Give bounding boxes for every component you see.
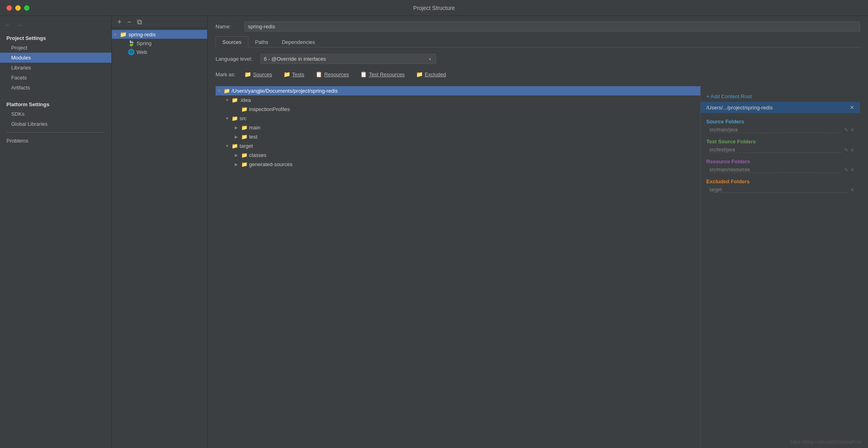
ct-arrow-classes: ▶ [235,153,241,157]
tree-node-spring-redis[interactable]: ▼ 📁 spring-redis [112,30,207,39]
excluded-folders-section: Excluded Folders target ✕ [701,177,860,197]
watermark: https://blog.csdn.net/OnlyoneFrist [790,439,862,445]
sidebar-item-sdks[interactable]: SDKs [0,109,111,119]
ct-node-generated[interactable]: ▶ 📁 generated-sources [216,160,700,169]
ct-folder-icon-src: 📁 [232,115,240,121]
ct-arrow-generated: ▶ [235,162,241,167]
sidebar-item-modules[interactable]: Modules [0,53,111,63]
resource-folders-section: Resource Folders src/main/resources ✎ ✕ [701,157,860,177]
ct-node-test[interactable]: ▶ 📁 test [216,132,700,141]
ct-arrow-src: ▼ [225,116,232,121]
sidebar-item-libraries[interactable]: Libraries [0,63,111,73]
window-title: Project Structure [413,5,455,11]
content-root-close-button[interactable]: ✕ [850,104,854,111]
resource-folder-remove-button-0[interactable]: ✕ [850,167,854,173]
ct-folder-icon-inspection: 📁 [241,106,249,112]
remove-module-button[interactable]: − [126,18,133,26]
minimize-button[interactable] [15,5,21,11]
copy-module-button[interactable]: ⧉ [135,18,144,26]
resources-icon: 📋 [315,71,322,77]
tab-paths[interactable]: Paths [248,36,275,48]
language-level-select-wrap: 6 - @Override in interfaces 7 - Diamonds… [260,54,436,64]
test-source-folder-entry-0: src/test/java ✎ ✕ [706,146,854,154]
mark-test-resources-button[interactable]: 📋 Test Resources [358,70,407,78]
ct-node-idea[interactable]: ▼ 📁 .idea [216,95,700,105]
mark-as-label: Mark as: [216,71,236,77]
main-layout: ← → Project Settings Project Modules Lib… [0,16,868,448]
mark-tests-label: Tests [292,71,304,77]
ct-node-src[interactable]: ▼ 📁 src [216,114,700,123]
mark-excluded-label: Excluded [425,71,446,77]
sidebar-nav: ← → [0,19,111,33]
tab-dependencies[interactable]: Dependencies [275,36,322,48]
add-module-button[interactable]: + [116,18,123,26]
test-source-folders-title: Test Source Folders [706,139,854,145]
tree-node-spring[interactable]: 🍃 Spring [112,39,207,48]
close-button[interactable] [6,5,12,11]
name-label: Name: [216,24,240,30]
platform-settings-section: Platform Settings SDKs Global Libraries [0,99,111,129]
sidebar-item-artifacts[interactable]: Artifacts [0,83,111,93]
excluded-folder-path-0: target [709,187,847,193]
mark-sources-button[interactable]: 📁 Sources [242,70,275,78]
mark-sources-label: Sources [253,71,272,77]
source-folders-section: Source Folders src/main/java ✎ ✕ [701,117,860,137]
content-panel: Name: Sources Paths Dependencies Languag… [208,16,868,448]
sidebar-item-facets[interactable]: Facets [0,73,111,83]
source-folder-actions-0: ✎ ✕ [844,127,854,133]
mark-excluded-button[interactable]: 📁 Excluded [414,70,448,78]
content-root-entry: /Users/.../project/spring-redis ✕ [701,102,860,113]
resource-folder-path-0: src/main/resources [709,167,841,173]
project-settings-header: Project Settings [0,33,111,43]
ct-node-classes[interactable]: ▶ 📁 classes [216,151,700,160]
ct-arrow-main: ▶ [235,125,241,130]
resource-folder-edit-button-0[interactable]: ✎ [844,167,848,173]
ct-node-target[interactable]: ▼ 📁 target [216,141,700,151]
source-folder-edit-button-0[interactable]: ✎ [844,127,848,133]
excluded-folder-remove-button-0[interactable]: ✕ [850,187,854,193]
excluded-folders-title: Excluded Folders [706,178,854,184]
test-source-folder-edit-button-0[interactable]: ✎ [844,147,848,153]
tab-sources[interactable]: Sources [216,36,248,48]
ct-arrow-root: ▼ [217,89,224,93]
web-icon: 🌐 [128,49,135,55]
name-row: Name: [216,22,860,32]
excluded-folder-actions-0: ✕ [850,187,854,193]
sidebar-item-global-libraries[interactable]: Global Libraries [0,119,111,129]
maximize-button[interactable] [24,5,30,11]
sidebar-item-project[interactable]: Project [0,43,111,53]
split-area: ▼ 📁 /Users/yangjie/Documents/project/spr… [216,86,860,448]
ct-node-main[interactable]: ▶ 📁 main [216,123,700,132]
resource-folder-entry-0: src/main/resources ✎ ✕ [706,166,854,174]
add-content-root-button[interactable]: + Add Content Root [706,93,752,99]
ct-arrow-idea: ▼ [225,98,232,102]
source-folders-title: Source Folders [706,119,854,125]
module-tree-panel: + − ⧉ ▼ 📁 spring-redis 🍃 Spring 🌐 Web [112,16,208,448]
ct-folder-icon-generated: 📁 [241,161,249,167]
mark-test-resources-label: Test Resources [369,71,405,77]
ct-arrow-test: ▶ [235,135,241,139]
test-resources-icon: 📋 [360,71,367,77]
sidebar: ← → Project Settings Project Modules Lib… [0,16,112,448]
tabs-row: Sources Paths Dependencies [216,36,860,48]
mark-resources-button[interactable]: 📋 Resources [313,70,351,78]
sidebar-item-problems[interactable]: Problems [0,136,111,146]
content-root-path: /Users/.../project/spring-redis [706,105,773,111]
tree-node-web[interactable]: 🌐 Web [112,48,207,56]
test-source-folder-remove-button-0[interactable]: ✕ [850,147,854,153]
source-folder-remove-button-0[interactable]: ✕ [850,127,854,133]
ct-folder-icon-idea: 📁 [232,97,240,103]
ct-folder-icon-root: 📁 [224,88,232,94]
language-level-select[interactable]: 6 - @Override in interfaces 7 - Diamonds… [260,54,436,64]
title-bar: Project Structure [0,0,868,16]
ct-folder-icon-classes: 📁 [241,152,249,158]
back-arrow[interactable]: ← [5,22,11,29]
ct-node-inspection[interactable]: 📁 inspectionProfiles [216,105,700,114]
test-source-folder-path-0: src/test/java [709,147,841,153]
mark-tests-button[interactable]: 📁 Tests [281,70,307,78]
language-level-label: Language level: [216,56,256,62]
ct-node-root[interactable]: ▼ 📁 /Users/yangjie/Documents/project/spr… [216,86,700,95]
info-panel: + Add Content Root /Users/.../project/sp… [700,86,860,448]
forward-arrow[interactable]: → [16,22,22,29]
name-input[interactable] [244,22,860,32]
